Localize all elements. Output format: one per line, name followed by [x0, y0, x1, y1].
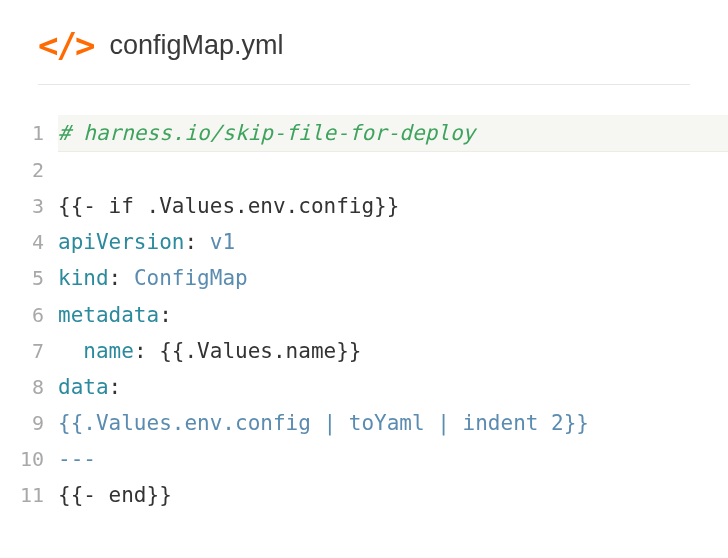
- code-content: apiVersion: v1: [58, 224, 728, 260]
- code-content: # harness.io/skip-file-for-deploy: [58, 115, 728, 152]
- code-editor: 1# harness.io/skip-file-for-deploy2 3{{-…: [0, 97, 728, 513]
- code-token: .Values.env.config}}: [134, 194, 400, 218]
- code-token: }}: [147, 483, 172, 507]
- code-content: ---: [58, 441, 728, 477]
- code-token: kind: [58, 266, 109, 290]
- code-line: 9{{.Values.env.config | toYaml | indent …: [0, 405, 728, 441]
- code-content: [58, 152, 728, 188]
- code-token: name: [83, 339, 134, 363]
- code-content: kind: ConfigMap: [58, 260, 728, 296]
- code-token: ---: [58, 447, 96, 471]
- code-line: 3{{- if .Values.env.config}}: [0, 188, 728, 224]
- code-content: {{.Values.env.config | toYaml | indent 2…: [58, 405, 728, 441]
- line-number: 11: [0, 478, 58, 512]
- code-token: metadata: [58, 303, 159, 327]
- file-name: configMap.yml: [109, 30, 283, 61]
- code-token: :: [184, 230, 197, 254]
- code-line: 11{{- end}}: [0, 477, 728, 513]
- code-icon: </>: [38, 28, 93, 62]
- code-content: {{- if .Values.env.config}}: [58, 188, 728, 224]
- code-token: :: [159, 303, 172, 327]
- code-token: ConfigMap: [121, 266, 247, 290]
- code-token: :: [134, 339, 147, 363]
- line-number: 5: [0, 261, 58, 295]
- code-line: 5kind: ConfigMap: [0, 260, 728, 296]
- code-content: name: {{.Values.name}}: [58, 333, 728, 369]
- line-number: 2: [0, 153, 58, 187]
- code-token: :: [109, 375, 122, 399]
- line-number: 1: [0, 116, 58, 150]
- code-token: {{.Values.name}}: [147, 339, 362, 363]
- code-content: data:: [58, 369, 728, 405]
- line-number: 10: [0, 442, 58, 476]
- code-line: 4apiVersion: v1: [0, 224, 728, 260]
- line-number: 6: [0, 298, 58, 332]
- code-token: if: [109, 194, 134, 218]
- file-header: </> configMap.yml: [0, 0, 728, 84]
- code-line: 2: [0, 152, 728, 188]
- code-token: {{-: [58, 194, 109, 218]
- code-token: {{-: [58, 483, 109, 507]
- code-line: 8data:: [0, 369, 728, 405]
- code-content: {{- end}}: [58, 477, 728, 513]
- code-line: 6metadata:: [0, 297, 728, 333]
- code-token: [58, 158, 71, 182]
- line-number: 8: [0, 370, 58, 404]
- line-number: 3: [0, 189, 58, 223]
- code-line: 10---: [0, 441, 728, 477]
- line-number: 4: [0, 225, 58, 259]
- code-token: v1: [197, 230, 235, 254]
- code-token: {{.Values.env.config | toYaml | indent 2…: [58, 411, 589, 435]
- code-token: apiVersion: [58, 230, 184, 254]
- code-content: metadata:: [58, 297, 728, 333]
- header-divider: [38, 84, 690, 85]
- code-token: data: [58, 375, 109, 399]
- code-token: # harness.io/skip-file-for-deploy: [58, 121, 475, 145]
- line-number: 9: [0, 406, 58, 440]
- code-token: :: [109, 266, 122, 290]
- code-token: end: [109, 483, 147, 507]
- code-token: [58, 339, 83, 363]
- code-line: 7 name: {{.Values.name}}: [0, 333, 728, 369]
- code-line: 1# harness.io/skip-file-for-deploy: [0, 115, 728, 152]
- line-number: 7: [0, 334, 58, 368]
